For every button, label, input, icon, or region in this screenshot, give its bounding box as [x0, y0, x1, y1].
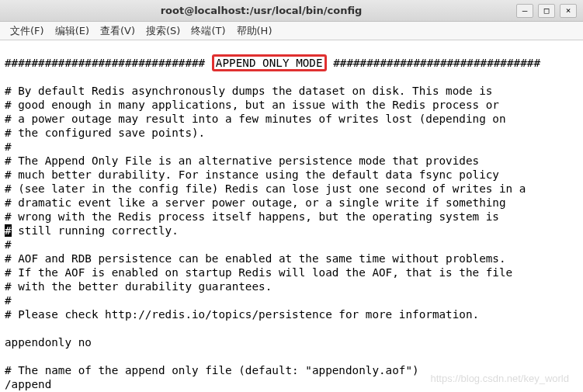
comment-line: # — [5, 238, 12, 251]
comment-line: # The name of the append only file (defa… — [5, 364, 419, 376]
comment-line-cursor: # still running correctly. — [5, 224, 179, 237]
menu-help[interactable]: 帮助(H) — [231, 23, 278, 40]
maximize-button[interactable]: □ — [538, 4, 555, 18]
comment-line: # If the AOF is enabled on startup Redis… — [5, 266, 512, 279]
menu-search[interactable]: 搜索(S) — [141, 23, 186, 40]
window-controls: – □ × — [516, 4, 577, 18]
comment-line: # The Append Only File is an alternative… — [5, 154, 479, 167]
menu-edit[interactable]: 编辑(E) — [50, 23, 95, 40]
comment-line: # a power outage may result into a few m… — [5, 113, 506, 125]
config-line: appendonly no — [5, 336, 92, 349]
window-title: root@localhost:/usr/local/bin/config — [6, 5, 516, 16]
menubar: 文件(F) 编辑(E) 查看(V) 搜索(S) 终端(T) 帮助(H) — [0, 22, 583, 40]
close-button[interactable]: × — [560, 4, 577, 18]
section-title-highlight: APPEND ONLY MODE — [212, 54, 327, 71]
menu-file[interactable]: 文件(F) — [5, 23, 50, 40]
comment-line: # By default Redis asynchronously dumps … — [5, 85, 492, 97]
search-line: /append — [5, 378, 51, 390]
terminal-content[interactable]: ############################## APPEND ON… — [0, 40, 583, 392]
cursor-block: # — [5, 224, 12, 237]
menu-view[interactable]: 查看(V) — [95, 23, 141, 40]
titlebar: root@localhost:/usr/local/bin/config – □… — [0, 0, 583, 22]
comment-line: # dramatic event like a server power out… — [5, 196, 506, 209]
comment-line: # with the better durability guarantees. — [5, 280, 272, 293]
comment-line: # — [5, 140, 12, 153]
comment-line: # Please check http://redis.io/topics/pe… — [5, 308, 479, 321]
hash-suffix: ############################### — [327, 57, 540, 69]
comment-line: # — [5, 294, 12, 307]
minimize-button[interactable]: – — [516, 4, 533, 18]
comment-line: # the configured save points). — [5, 127, 205, 139]
menu-terminal[interactable]: 终端(T) — [186, 23, 231, 40]
hash-prefix: ############################## — [5, 57, 212, 69]
comment-line: # AOF and RDB persistence can be enabled… — [5, 252, 506, 265]
comment-tail: still running correctly. — [12, 224, 179, 237]
comment-line: # good enough in many applications, but … — [5, 99, 499, 111]
comment-line: # (see later in the config file) Redis c… — [5, 182, 526, 195]
comment-line: # much better durability. For instance u… — [5, 168, 499, 181]
section-header-line: ############################## APPEND ON… — [5, 54, 540, 71]
comment-line: # wrong with the Redis process itself ha… — [5, 210, 499, 223]
